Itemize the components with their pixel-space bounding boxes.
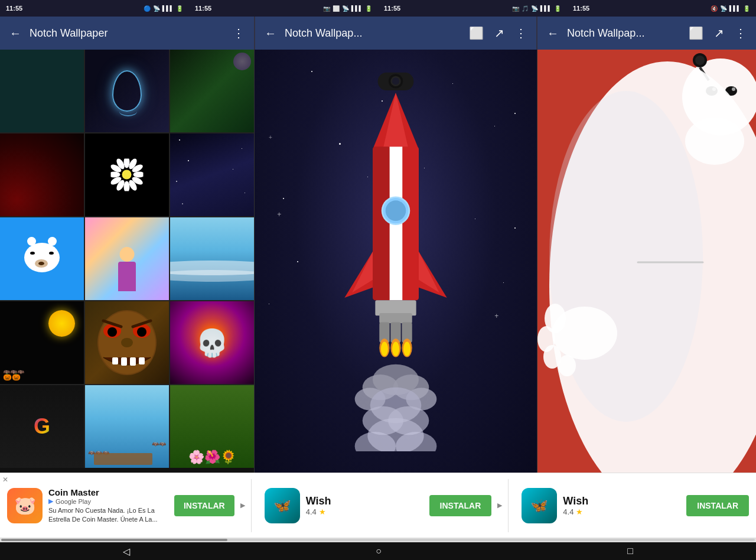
grid-item-12[interactable]: 💀: [170, 301, 254, 384]
svg-point-29: [392, 77, 399, 84]
coin-master-install-button[interactable]: INSTALAR: [174, 495, 234, 516]
back-nav-button[interactable]: ◁: [123, 546, 130, 557]
status-icons-1: 🔵📡▌▌▌🔋: [144, 5, 183, 12]
wish-install-button-1[interactable]: INSTALAR: [429, 495, 492, 516]
status-icons-3: 📷🎵📡▌▌▌🔋: [512, 5, 561, 12]
svg-point-7: [124, 181, 130, 191]
svg-point-21: [121, 338, 133, 347]
svg-point-60: [695, 56, 705, 65]
svg-point-74: [558, 355, 576, 376]
grid-item-6[interactable]: [170, 134, 254, 216]
grid-item-9[interactable]: [170, 217, 254, 300]
box-button-3[interactable]: ⬜: [686, 24, 706, 43]
svg-point-17: [107, 327, 117, 337]
rocket-wallpaper: + + +: [255, 50, 537, 473]
home-nav-button[interactable]: ○: [376, 546, 382, 556]
box-button-2[interactable]: ⬜: [467, 24, 486, 43]
menu-button-3[interactable]: ⋮: [732, 24, 749, 43]
svg-point-18: [137, 327, 146, 337]
svg-rect-22: [112, 357, 118, 364]
svg-point-46: [403, 342, 410, 356]
left-panel: 🦇🦇🦇 🎃🎃: [0, 50, 254, 473]
svg-point-0: [122, 170, 132, 180]
wish-info-1: Wish 4.4 ★: [306, 495, 423, 516]
grid-item-11[interactable]: [85, 301, 169, 384]
grid-item-15[interactable]: 🌸🌺🌻: [170, 385, 254, 468]
grid-item-3[interactable]: [170, 50, 254, 132]
time-1: 11:55: [6, 5, 22, 12]
nav-bars: ← Notch Wallpaper ⋮ ← Notch Wallpap... ⬜…: [0, 17, 756, 50]
share-button-3[interactable]: ↗: [712, 24, 726, 43]
coin-master-name: Coin Master: [48, 487, 168, 497]
wish-icon-1: 🦋: [265, 488, 300, 523]
back-button-3[interactable]: ←: [545, 24, 561, 43]
wish-ad-section-1: 🦋 Wish 4.4 ★ INSTALAR: [258, 488, 492, 523]
coin-master-description: Su Amor No Cuesta Nada. ¡Lo Es La Estrel…: [48, 506, 168, 523]
wish-rating-1: 4.4 ★: [306, 507, 423, 516]
store-name: Google Play: [56, 498, 91, 505]
wish-icon-2: 🦋: [522, 488, 557, 523]
svg-point-68: [685, 118, 744, 165]
recents-nav-button[interactable]: □: [627, 546, 633, 556]
wallpaper-grid: 🦇🦇🦇 🎃🎃: [0, 50, 254, 468]
grid-item-13[interactable]: G: [0, 385, 84, 468]
coin-master-store: ▶ Google Play: [48, 497, 168, 505]
menu-button-1[interactable]: ⋮: [230, 24, 247, 43]
svg-rect-32: [373, 146, 390, 300]
wish-star-1: ★: [319, 507, 326, 516]
back-button-1[interactable]: ←: [7, 24, 24, 43]
grid-item-10[interactable]: 🦇🦇🦇 🎃🎃: [0, 301, 84, 384]
close-ad-button[interactable]: ✕: [2, 476, 8, 484]
coin-master-ad-section: 🐷 Coin Master ▶ Google Play Su Amor No C…: [7, 487, 234, 523]
right-panel: [537, 50, 756, 473]
svg-rect-25: [139, 357, 145, 364]
svg-point-65: [732, 87, 735, 91]
wish-name-2: Wish: [563, 495, 680, 507]
grid-item-2[interactable]: [85, 50, 169, 132]
ad-section-divider-1: [251, 479, 252, 532]
grid-item-4[interactable]: [0, 134, 84, 216]
ad-section-divider-2: [508, 479, 509, 532]
back-button-2[interactable]: ←: [262, 24, 279, 43]
wish-rating-2: 4.4 ★: [563, 507, 680, 516]
wish-rating-value-1: 4.4: [306, 507, 317, 516]
wish-star-2: ★: [576, 507, 583, 516]
nav-bar-3: ← Notch Wallpap... ⬜ ↗ ⋮: [537, 17, 756, 50]
time-4: 11:55: [573, 5, 589, 12]
status-bar-1: 11:55 🔵📡▌▌▌🔋: [0, 0, 189, 17]
status-bars: 11:55 🔵📡▌▌▌🔋 11:55 📷⬜📡▌▌▌🔋 11:55 📷🎵📡▌▌▌🔋…: [0, 0, 756, 17]
ad-arrow-1: ▶: [240, 502, 245, 509]
nav-bar-1: ← Notch Wallpaper ⋮: [0, 17, 254, 50]
grid-item-5[interactable]: [85, 134, 169, 216]
svg-point-10: [111, 172, 120, 178]
scrollbar-thumb[interactable]: [1, 539, 227, 541]
menu-button-2[interactable]: ⋮: [513, 24, 529, 43]
grid-item-8[interactable]: [85, 217, 169, 300]
svg-point-35: [386, 200, 406, 221]
monster-decoration: [85, 301, 169, 384]
bottom-nav: ◁ ○ □: [0, 542, 756, 560]
time-3: 11:55: [384, 5, 400, 12]
nav-title-1: Notch Wallpaper: [30, 27, 224, 40]
svg-rect-24: [130, 357, 136, 366]
status-icons-2: 📷⬜📡▌▌▌🔋: [323, 5, 372, 12]
nav-bar-2: ← Notch Wallpap... ⬜ ↗ ⋮: [255, 17, 536, 50]
middle-panel[interactable]: + + +: [254, 50, 537, 473]
time-2: 11:55: [195, 5, 211, 12]
play-store-icon: ▶: [48, 497, 53, 505]
rocket-image: [255, 50, 537, 473]
status-bar-3: 11:55 📷🎵📡▌▌▌🔋: [378, 0, 567, 17]
svg-point-42: [381, 342, 388, 356]
scrollbar-track[interactable]: [1, 539, 755, 541]
grid-item-7[interactable]: [0, 217, 84, 300]
share-button-2[interactable]: ↗: [492, 24, 507, 43]
svg-rect-37: [379, 313, 412, 323]
wish-info-2: Wish 4.4 ★: [563, 495, 680, 516]
svg-point-1: [124, 159, 130, 168]
grid-item-14[interactable]: 🦇🦇🦇 🦇🦇: [85, 385, 169, 468]
wish-install-button-2[interactable]: INSTALAR: [686, 495, 749, 516]
svg-point-44: [392, 342, 399, 356]
coin-master-text: Coin Master ▶ Google Play Su Amor No Cue…: [48, 487, 168, 523]
grid-item-1[interactable]: [0, 50, 84, 132]
svg-rect-23: [121, 357, 127, 366]
